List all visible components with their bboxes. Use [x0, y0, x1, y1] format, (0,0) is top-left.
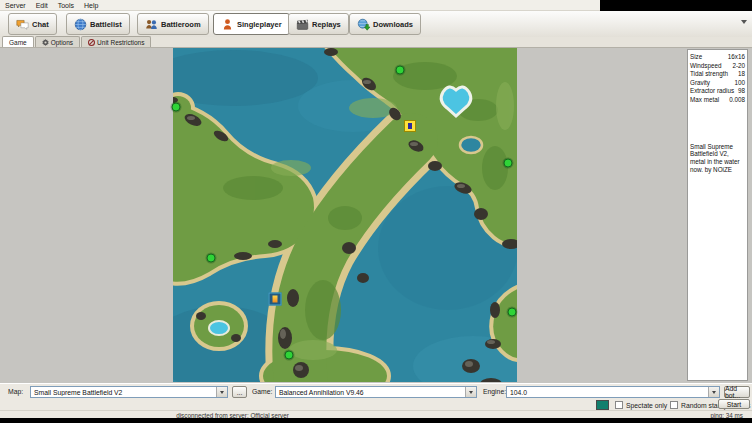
- info-label: Size: [690, 53, 702, 60]
- lobby-window: Server Edit Tools Help Chat Battlelist B…: [0, 0, 752, 423]
- tab-label: Replays: [312, 20, 341, 29]
- menu-edit[interactable]: Edit: [36, 2, 48, 9]
- tab-downloads[interactable]: Downloads: [349, 13, 421, 35]
- chat-icon: [16, 18, 29, 31]
- info-value: 18: [738, 70, 745, 77]
- screen-edge: [0, 418, 752, 423]
- game-select-value: Balanced Annihilation V9.46: [276, 389, 465, 396]
- info-row: Size16x16: [690, 53, 745, 60]
- start-point[interactable]: [284, 351, 293, 360]
- info-label: Windspeed: [690, 62, 722, 69]
- info-row: Max metal0.008: [690, 96, 745, 103]
- info-row: Extractor radius98: [690, 87, 745, 94]
- tab-label: Battlelist: [90, 20, 122, 29]
- subtab-label: Options: [51, 39, 73, 46]
- menu-help[interactable]: Help: [84, 2, 98, 9]
- subtab-label: Unit Restrictions: [97, 39, 144, 46]
- info-value: 16x16: [728, 53, 745, 60]
- info-value: 100: [734, 79, 745, 86]
- subtab-unit-restrictions[interactable]: Unit Restrictions: [81, 36, 151, 47]
- info-label: Extractor radius: [690, 87, 734, 94]
- map-description: Small Supreme Battlefield V2, metal in t…: [690, 143, 745, 174]
- info-label: Max metal: [690, 96, 719, 103]
- info-value: 2-20: [732, 62, 745, 69]
- tab-label: Battleroom: [161, 20, 201, 29]
- spectate-only-label: Spectate only: [626, 402, 667, 409]
- subtab-game[interactable]: Game: [2, 36, 34, 47]
- downloads-icon: [357, 18, 370, 31]
- info-row: Tidal strength18: [690, 70, 745, 77]
- tab-battleroom[interactable]: Battleroom: [137, 13, 209, 35]
- setup-bar: Map: Small Supreme Battlefield V2 ... Ga…: [0, 383, 752, 400]
- tab-battlelist[interactable]: Battlelist: [66, 13, 130, 35]
- start-point[interactable]: [507, 307, 516, 316]
- chevron-down-icon[interactable]: [216, 387, 227, 397]
- team-color-swatch[interactable]: [596, 400, 609, 410]
- menu-bar: Server Edit Tools Help: [0, 0, 600, 11]
- flag-marker[interactable]: [404, 120, 416, 132]
- map-select[interactable]: Small Supreme Battlefield V2: [30, 386, 228, 398]
- tab-singleplayer[interactable]: Singleplayer: [213, 13, 290, 35]
- tab-label: Downloads: [373, 20, 413, 29]
- singleplayer-icon: [221, 18, 234, 31]
- start-point[interactable]: [171, 102, 180, 111]
- start-point[interactable]: [206, 253, 215, 262]
- engine-select-value: 104.0: [507, 389, 708, 396]
- toolbar-overflow-icon[interactable]: [741, 20, 747, 24]
- restriction-icon: [88, 39, 95, 46]
- battleroom-icon: [145, 18, 158, 31]
- replays-icon: [296, 18, 309, 31]
- tab-chat[interactable]: Chat: [8, 13, 57, 35]
- menu-tools[interactable]: Tools: [58, 2, 74, 9]
- info-label: Gravity: [690, 79, 710, 86]
- map-label: Map:: [8, 388, 23, 395]
- tab-label: Singleplayer: [237, 20, 282, 29]
- map-info-panel: Size16x16 Windspeed2-20 Tidal strength18…: [687, 49, 748, 381]
- subtab-options[interactable]: Options: [35, 36, 80, 47]
- info-row: Gravity100: [690, 79, 745, 86]
- random-start-checkbox[interactable]: [670, 401, 678, 409]
- info-label: Tidal strength: [690, 70, 728, 77]
- map-browse-button[interactable]: ...: [232, 386, 247, 398]
- game-label: Game:: [252, 388, 272, 395]
- add-bot-button[interactable]: Add bot...: [724, 386, 750, 398]
- info-value: 0.008: [729, 96, 745, 103]
- map-select-value: Small Supreme Battlefield V2: [31, 389, 216, 396]
- engine-label: Engine:: [483, 388, 506, 395]
- tab-label: Chat: [32, 20, 49, 29]
- map-preview[interactable]: [173, 48, 517, 382]
- chevron-down-icon[interactable]: [708, 387, 719, 397]
- map-image: [173, 48, 517, 382]
- globe-icon: [74, 18, 87, 31]
- commander-marker[interactable]: [269, 292, 282, 305]
- start-point[interactable]: [396, 65, 405, 74]
- spectate-only-checkbox[interactable]: [615, 401, 623, 409]
- chevron-down-icon[interactable]: [465, 387, 476, 397]
- menu-server[interactable]: Server: [5, 2, 26, 9]
- info-row: Windspeed2-20: [690, 62, 745, 69]
- singleplayer-subtab-bar: Game Options Unit Restrictions: [0, 37, 752, 48]
- gear-icon: [42, 39, 49, 46]
- start-button[interactable]: Start: [718, 399, 750, 409]
- options-bar: Spectate only Random start positions Sta…: [0, 399, 752, 410]
- engine-select[interactable]: 104.0: [506, 386, 720, 398]
- game-select[interactable]: Balanced Annihilation V9.46: [275, 386, 477, 398]
- info-value: 98: [738, 87, 745, 94]
- singleplayer-panel: Size16x16 Windspeed2-20 Tidal strength18…: [0, 48, 752, 383]
- start-point[interactable]: [504, 159, 513, 168]
- tab-replays[interactable]: Replays: [288, 13, 349, 35]
- subtab-label: Game: [9, 39, 27, 46]
- main-tab-bar: Chat Battlelist Battleroom Singleplayer …: [0, 11, 752, 38]
